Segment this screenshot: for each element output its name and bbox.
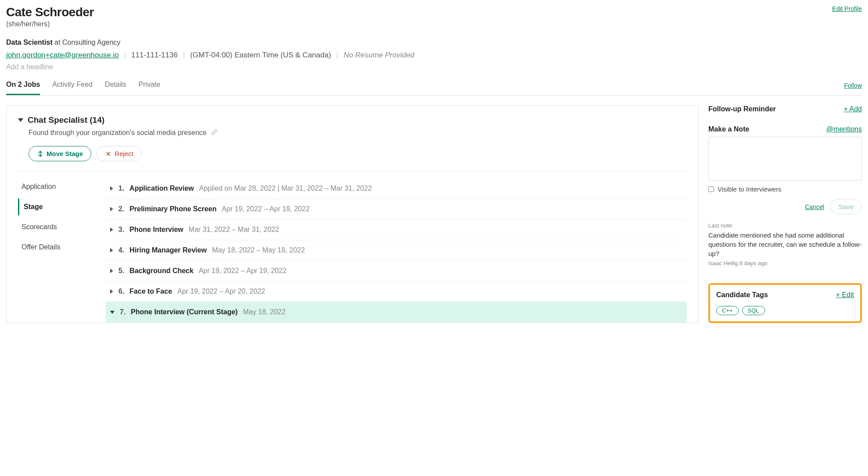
stage-number: 1. <box>118 185 124 192</box>
followup-title: Follow-up Reminder <box>708 105 776 113</box>
visible-label: Visible to Interviewers <box>718 185 782 193</box>
stage-number: 7. <box>120 308 125 316</box>
stage-name: Phone Interview (Current Stage) <box>131 308 238 316</box>
side-tab-scorecards[interactable]: Scorecards <box>18 219 106 235</box>
stage-item[interactable]: 3.Phone InterviewMar 31, 2022 – Mar 31, … <box>106 220 687 240</box>
stage-number: 3. <box>118 226 124 234</box>
stage-date: May 18, 2022 <box>243 308 286 316</box>
stage-name: Face to Face <box>129 288 172 295</box>
chevron-right-icon <box>110 289 113 294</box>
last-note-label: Last note: <box>708 222 862 229</box>
chevron-right-icon <box>110 186 113 191</box>
follow-link[interactable]: Follow <box>844 82 862 94</box>
last-note-text: Candidate mentioned she had some additio… <box>708 231 862 258</box>
contact-line: john.gordon+cate@greenhouse.io | 111-111… <box>6 51 862 60</box>
stage-date: Apr 19, 2022 – Apr 20, 2022 <box>177 288 265 295</box>
mentions-link[interactable]: @mentions <box>826 125 862 133</box>
visible-checkbox[interactable] <box>708 186 714 192</box>
job-title: Chat Specialist (14) <box>28 115 104 125</box>
tag-pill[interactable]: SQL <box>742 306 765 315</box>
stage-date: Mar 31, 2022 – Mar 31, 2022 <box>189 226 279 234</box>
separator: | <box>183 51 185 60</box>
reject-label: Reject <box>114 150 133 157</box>
side-tab-stage[interactable]: Stage <box>18 199 106 215</box>
stage-number: 4. <box>118 246 124 254</box>
note-cancel-link[interactable]: Cancel <box>805 203 824 210</box>
tabs: On 2 Jobs Activity Feed Details Private <box>6 81 161 95</box>
move-stage-label: Move Stage <box>46 150 83 157</box>
main-panel: Chat Specialist (14) Found through your … <box>6 105 699 323</box>
candidate-timezone: (GMT-04:00) Eastern Time (US & Canada) <box>190 51 331 60</box>
tab-activity-feed[interactable]: Activity Feed <box>52 81 93 95</box>
separator: | <box>336 51 338 60</box>
candidate-title: Data Scientist at Consulting Agency <box>6 39 862 46</box>
headline-input[interactable]: Add a headline <box>6 63 862 71</box>
side-tab-application[interactable]: Application <box>18 178 106 195</box>
role-text: Data Scientist <box>6 39 53 46</box>
edit-profile-link[interactable]: Edit Profile <box>832 5 862 12</box>
tab-on-jobs[interactable]: On 2 Jobs <box>6 81 40 95</box>
tags-title: Candidate Tags <box>716 291 768 299</box>
candidate-name: Cate Schroeder <box>6 5 94 19</box>
chevron-right-icon <box>110 269 113 273</box>
stage-number: 5. <box>118 267 124 275</box>
tags-container: C++SQL <box>716 302 854 315</box>
tag-pill[interactable]: C++ <box>716 306 739 315</box>
stage-item[interactable]: 6.Face to FaceApr 19, 2022 – Apr 20, 202… <box>106 281 687 302</box>
stage-item[interactable]: 5.Background CheckApr 19, 2022 – Apr 19,… <box>106 261 687 281</box>
stage-number: 2. <box>118 205 124 213</box>
chevron-right-icon <box>110 207 113 211</box>
candidate-pronouns: (she/her/hers) <box>6 20 94 28</box>
last-note-meta: Isaac Hellig 8 days ago <box>708 260 862 266</box>
stage-date: May 18, 2022 – May 18, 2022 <box>212 246 305 254</box>
stage-item[interactable]: 1.Application ReviewApplied on Mar 28, 2… <box>106 178 687 199</box>
stage-item[interactable]: 7.Phone Interview (Current Stage)May 18,… <box>106 302 687 322</box>
stage-name: Application Review <box>129 185 194 192</box>
candidate-phone: 111-111-1136 <box>131 51 178 60</box>
tab-details[interactable]: Details <box>105 81 126 95</box>
tab-private[interactable]: Private <box>139 81 161 95</box>
chevron-right-icon <box>110 227 113 232</box>
separator: | <box>124 51 126 60</box>
move-stage-button[interactable]: Move Stage <box>29 146 91 161</box>
job-source: Found through your organization's social… <box>29 129 207 137</box>
candidate-email[interactable]: john.gordon+cate@greenhouse.io <box>6 51 119 60</box>
stage-date: Apr 19, 2022 – Apr 19, 2022 <box>222 205 310 213</box>
stage-number: 6. <box>118 288 124 295</box>
tags-edit-link[interactable]: + Edit <box>836 291 854 299</box>
stage-name: Hiring Manager Review <box>129 246 207 254</box>
followup-add-link[interactable]: + Add <box>844 105 862 113</box>
stage-name: Preliminary Phone Screen <box>129 205 216 213</box>
chevron-down-icon <box>110 311 114 314</box>
chevron-right-icon <box>110 248 113 252</box>
stage-name: Phone Interview <box>129 226 183 234</box>
candidate-tags-panel: Candidate Tags + Edit C++SQL <box>708 283 862 323</box>
note-textarea[interactable] <box>708 137 862 181</box>
note-title: Make a Note <box>708 125 749 133</box>
side-tabs: Application Stage Scorecards Offer Detai… <box>18 178 106 322</box>
no-resume-text: No Resume Provided <box>343 51 414 60</box>
note-save-button[interactable]: Save <box>830 199 862 214</box>
edit-source-icon[interactable] <box>211 128 218 137</box>
side-tab-offer-details[interactable]: Offer Details <box>18 239 106 256</box>
stage-date: Apr 19, 2022 – Apr 19, 2022 <box>199 267 286 275</box>
stages-list: 1.Application ReviewApplied on Mar 28, 2… <box>106 178 687 322</box>
stage-name: Background Check <box>129 267 193 275</box>
reject-button[interactable]: Reject <box>96 146 142 161</box>
stage-item[interactable]: 2.Preliminary Phone ScreenApr 19, 2022 –… <box>106 199 687 220</box>
stage-date: Applied on Mar 28, 2022 | Mar 31, 2022 –… <box>199 185 372 192</box>
company-text: at Consulting Agency <box>53 39 121 46</box>
sidebar: Follow-up Reminder + Add Make a Note @me… <box>708 105 862 323</box>
stage-item[interactable]: 4.Hiring Manager ReviewMay 18, 2022 – Ma… <box>106 240 687 261</box>
collapse-toggle-icon[interactable] <box>18 118 23 122</box>
